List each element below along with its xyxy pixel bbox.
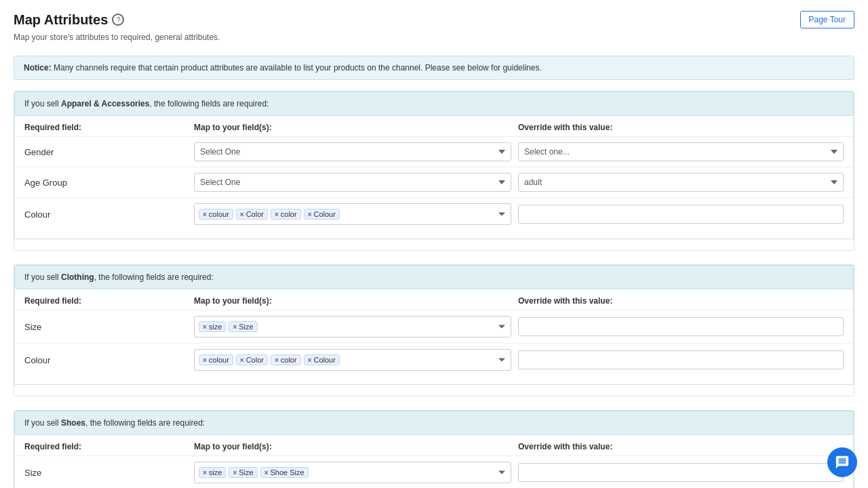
tag-clothing-1-2: ×color [271, 354, 301, 365]
page-header: Map Attributes ? Page Tour [14, 11, 854, 28]
section-header-prefix-shoes: If you sell [24, 418, 61, 428]
chat-button[interactable] [827, 447, 857, 477]
field-label-apparel-0: Gender [24, 147, 194, 157]
field-section-apparel: Required field: Map to your field(s): Ov… [14, 116, 854, 239]
field-override-shoes-0 [518, 463, 844, 482]
field-row-apparel-2: Colour×colour×Color×color×Colour [15, 198, 853, 230]
field-label-clothing-1: Colour [24, 355, 194, 365]
tag-text-clothing-0-1: Size [239, 323, 253, 331]
field-headers-clothing: Required field: Map to your field(s): Ov… [15, 289, 853, 310]
notice-box: Notice: Many channels require that certa… [14, 56, 854, 80]
field-override-apparel-1: adult [518, 173, 844, 192]
section-header-suffix-apparel: , the following fields are required: [149, 99, 269, 108]
col-required-shoes: Required field: [24, 442, 194, 451]
section-header-suffix-clothing: , the following fields are required: [94, 272, 214, 282]
tag-remove-shoes-0-2[interactable]: × [264, 469, 269, 476]
tag-remove-clothing-1-0[interactable]: × [203, 357, 207, 364]
tag-remove-clothing-1-1[interactable]: × [240, 357, 244, 364]
tag-remove-clothing-0-0[interactable]: × [203, 323, 207, 331]
override-input-apparel-2[interactable] [518, 205, 844, 224]
col-map-clothing: Map to your field(s): [194, 296, 518, 306]
help-icon[interactable]: ? [112, 14, 124, 26]
col-map-apparel: Map to your field(s): [194, 123, 518, 132]
section-header-prefix-apparel: If you sell [24, 99, 61, 108]
field-row-apparel-0: GenderSelect OneSelect one... [15, 137, 853, 167]
field-map-apparel-1: Select One [194, 173, 518, 192]
tag-remove-shoes-0-1[interactable]: × [233, 469, 237, 476]
tag-apparel-2-2: ×color [271, 209, 301, 220]
tag-text-apparel-2-1: Color [246, 210, 264, 218]
override-input-clothing-0[interactable] [518, 317, 844, 336]
notice-label: Notice: [24, 63, 52, 73]
tag-remove-apparel-2-1[interactable]: × [240, 211, 244, 218]
page-tour-button[interactable]: Page Tour [800, 11, 855, 28]
col-map-shoes: Map to your field(s): [194, 442, 518, 451]
field-headers-shoes: Required field: Map to your field(s): Ov… [15, 435, 853, 456]
section-bold-apparel: Apparel & Accessories [61, 99, 149, 108]
tag-text-apparel-2-2: color [281, 210, 297, 218]
tag-remove-apparel-2-2[interactable]: × [275, 211, 279, 218]
field-section-shoes: Required field: Map to your field(s): Ov… [14, 435, 854, 488]
map-select-apparel-1[interactable]: Select One [194, 173, 511, 192]
col-required-apparel: Required field: [24, 123, 194, 132]
field-row-clothing-0: Size×size×Size [15, 310, 853, 344]
section-header-clothing: If you sell Clothing, the following fiel… [14, 265, 854, 289]
field-override-clothing-0 [518, 317, 844, 336]
tag-remove-clothing-0-1[interactable]: × [233, 323, 237, 331]
tag-remove-shoes-0-0[interactable]: × [203, 469, 207, 476]
field-section-clothing: Required field: Map to your field(s): Ov… [14, 289, 854, 385]
field-override-apparel-2 [518, 205, 844, 224]
tag-text-clothing-1-3: Colour [313, 356, 335, 364]
override-select-apparel-0[interactable]: Select one... [518, 142, 844, 161]
map-tags-shoes-0[interactable]: ×size×Size×Shoe Size [194, 462, 511, 483]
tag-remove-clothing-1-3[interactable]: × [308, 357, 312, 364]
map-tags-apparel-2[interactable]: ×colour×Color×color×Colour [194, 203, 511, 225]
map-select-apparel-0[interactable]: Select One [194, 142, 511, 161]
tag-remove-apparel-2-3[interactable]: × [308, 211, 312, 218]
tag-remove-clothing-1-2[interactable]: × [275, 357, 279, 364]
tag-clothing-1-3: ×Colour [304, 354, 340, 365]
override-input-clothing-1[interactable] [518, 350, 844, 369]
tag-shoes-0-0: ×size [199, 467, 226, 478]
tag-text-shoes-0-1: Size [239, 468, 253, 476]
section-bold-clothing: Clothing [61, 272, 94, 282]
field-row-clothing-1: Colour×colour×Color×color×Colour [15, 344, 853, 376]
tag-text-clothing-1-2: color [281, 356, 297, 364]
tag-apparel-2-0: ×colour [199, 209, 233, 220]
section-header-prefix-clothing: If you sell [24, 272, 61, 282]
col-override-shoes: Override with this value: [518, 442, 844, 451]
tag-text-apparel-2-0: colour [209, 210, 229, 218]
tag-shoes-0-1: ×Size [229, 467, 257, 478]
tag-clothing-1-1: ×Color [236, 354, 268, 365]
section-clothing: If you sell Clothing, the following fiel… [14, 264, 854, 396]
field-row-shoes-0: Size×size×Size×Shoe Size [15, 456, 853, 488]
section-header-shoes: If you sell Shoes, the following fields … [14, 411, 854, 435]
field-label-clothing-0: Size [24, 322, 194, 332]
tag-text-clothing-1-0: colour [209, 356, 229, 364]
field-map-apparel-0: Select One [194, 142, 518, 161]
tag-remove-apparel-2-0[interactable]: × [203, 211, 207, 218]
tag-text-clothing-0-0: size [209, 323, 222, 331]
field-map-clothing-1: ×colour×Color×color×Colour [194, 349, 518, 371]
col-override-apparel: Override with this value: [518, 123, 844, 132]
section-bold-shoes: Shoes [61, 418, 85, 428]
field-label-apparel-2: Colour [24, 209, 194, 220]
field-override-apparel-0: Select one... [518, 142, 844, 161]
override-select-apparel-1[interactable]: adult [518, 173, 844, 192]
tag-clothing-0-1: ×Size [229, 321, 257, 332]
section-shoes: If you sell Shoes, the following fields … [14, 410, 854, 488]
section-header-suffix-shoes: , the following fields are required: [85, 418, 205, 428]
field-map-apparel-2: ×colour×Color×color×Colour [194, 203, 518, 225]
map-tags-clothing-1[interactable]: ×colour×Color×color×Colour [194, 349, 511, 371]
override-input-shoes-0[interactable] [518, 463, 844, 482]
field-label-apparel-1: Age Group [24, 178, 194, 188]
tag-shoes-0-2: ×Shoe Size [260, 467, 309, 478]
page-subtitle: Map your store's attributes to required,… [14, 33, 854, 42]
map-tags-clothing-0[interactable]: ×size×Size [194, 316, 511, 338]
notice-text: Many channels require that certain produ… [54, 63, 542, 73]
field-map-shoes-0: ×size×Size×Shoe Size [194, 462, 518, 483]
section-header-apparel: If you sell Apparel & Accessories, the f… [14, 92, 854, 116]
field-row-apparel-1: Age GroupSelect Oneadult [15, 167, 853, 198]
tag-apparel-2-1: ×Color [236, 209, 268, 220]
tag-clothing-1-0: ×colour [199, 354, 233, 365]
